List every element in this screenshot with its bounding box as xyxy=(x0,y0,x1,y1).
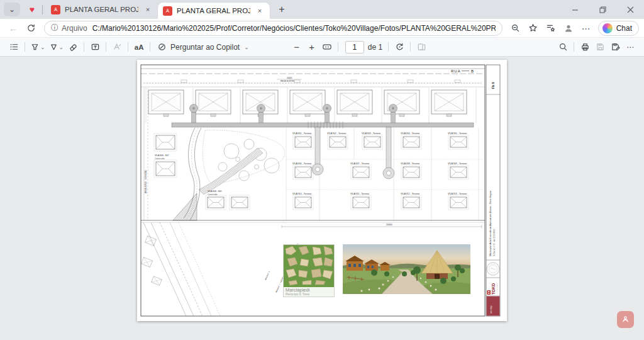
svg-text:Construída: Construída xyxy=(208,193,218,196)
print-icon[interactable] xyxy=(577,39,592,55)
tab-title: PLANTA GERAL PROJETO.pdf xyxy=(65,6,138,13)
margin-note: ÁREA VERDE - SERVIDÃO xyxy=(144,169,147,193)
ask-copilot-label: Perguntar ao Copilot xyxy=(170,43,240,52)
village-rendering-photo xyxy=(343,244,470,294)
minimize-button[interactable] xyxy=(561,0,589,19)
pdf-page: RUA B REDE ELÉTRICA 20005 xyxy=(137,60,507,321)
lot-label: VILA 904 - Terreno xyxy=(401,132,419,135)
sheet-number-label: Fls 9 xyxy=(492,82,495,89)
zoom-out-icon[interactable]: − xyxy=(289,39,304,55)
address-bar: ← ⓘ Arquivo C:/Mario%20130126/Mario%2020… xyxy=(0,19,644,38)
acrobat-extension-button[interactable] xyxy=(617,311,634,328)
tab-strip: ⌄ ♥ PLANTA GERAL PROJETO.pdf × PLANTA GE… xyxy=(0,0,644,19)
page-count-label: de 1 xyxy=(368,43,382,52)
ask-copilot-button[interactable]: Perguntar ao Copilot ⌄ xyxy=(153,39,253,55)
chevron-down-icon[interactable]: ⌄ xyxy=(59,44,64,50)
marciapiedi-photo: Marciapiedi Pietra tipo S. Tomé xyxy=(283,244,335,297)
highlighter-icon[interactable]: ⌄ xyxy=(28,39,47,55)
page-number-input[interactable] xyxy=(345,41,364,54)
lot-label: VILA 910 - Terreno xyxy=(292,193,311,195)
profile-avatar-icon[interactable] xyxy=(560,20,577,37)
pdf-viewer[interactable]: RUA B REDE ELÉTRICA 20005 xyxy=(0,57,644,340)
pdf-file-icon xyxy=(51,5,60,14)
lot-label: VILA 901 - Terreno xyxy=(292,132,311,135)
collections-icon[interactable] xyxy=(543,20,559,37)
acrobat-icon xyxy=(620,314,631,325)
new-tab-button[interactable]: + xyxy=(274,1,290,18)
brand-footer-box xyxy=(487,297,500,316)
rotate-icon[interactable] xyxy=(392,39,407,55)
pdf-file-icon xyxy=(163,6,172,16)
save-as-icon[interactable] xyxy=(608,39,623,55)
search-icon[interactable] xyxy=(555,39,570,55)
pdf-toolbar: ⌄ ⌄ aA Perguntar ao Copilot ⌄ − + xyxy=(0,38,644,57)
lot-label: VILA 907 - Terreno xyxy=(350,162,369,165)
svg-text:VILLAGE: VILLAGE xyxy=(496,283,498,294)
lot-label: VILA 902 - Terreno xyxy=(327,132,346,135)
refresh-icon[interactable] xyxy=(23,20,39,37)
lot-label: VILA 908 - Terreno xyxy=(401,162,419,165)
pen-icon[interactable]: ⌄ xyxy=(47,39,66,55)
add-text-icon[interactable] xyxy=(87,39,103,55)
file-protocol-label: Arquivo xyxy=(62,24,87,33)
zoom-in-icon[interactable]: + xyxy=(304,39,319,55)
chevron-down-icon[interactable]: ⌄ xyxy=(40,44,45,50)
close-tab-icon[interactable]: × xyxy=(143,4,153,14)
heart-icon[interactable]: ♥ xyxy=(25,3,39,16)
zoom-indicator-icon[interactable] xyxy=(508,20,524,37)
street-label: RUA xyxy=(451,69,461,73)
tab-planta-geral-1[interactable]: PLANTA GERAL PROJETO.pdf × xyxy=(46,1,158,18)
dim-top-label: 20005 xyxy=(287,77,292,79)
lot-label-construida-2: VILA 808 - 809 xyxy=(208,190,222,193)
eraser-icon[interactable] xyxy=(65,39,80,55)
masterplan-title: Masterplan Área Extensão da Avenida dos … xyxy=(489,191,492,256)
svg-text:TOKO: TOKO xyxy=(491,283,496,295)
chevron-down-icon: ⌄ xyxy=(9,5,15,14)
fit-to-width-icon[interactable] xyxy=(319,39,335,55)
more-options-icon[interactable]: ⋯ xyxy=(623,39,638,55)
tab-title: PLANTA GERAL PROJETO.pdf xyxy=(177,7,250,14)
brand-footer-text: toko village xyxy=(490,305,492,314)
close-window-button[interactable] xyxy=(616,0,644,19)
marciapiedi-caption: Marciapiedi xyxy=(286,288,332,293)
lot-label: VILA 905 - Terreno xyxy=(448,132,467,135)
plus-icon: + xyxy=(279,4,284,15)
save-icon[interactable] xyxy=(592,39,608,55)
lot-label-construida-1: VILA 806 - 807 xyxy=(155,154,169,157)
tab-divider xyxy=(42,5,43,14)
tab-search-button[interactable]: ⌄ xyxy=(4,3,20,16)
info-icon[interactable]: ⓘ xyxy=(51,23,58,33)
marciapiedi-subcaption: Pietra tipo S. Tomé xyxy=(286,293,332,296)
lot-label: VILA 906 - Terreno xyxy=(292,162,311,165)
edit-text-icon[interactable] xyxy=(109,39,125,55)
close-tab-icon[interactable]: × xyxy=(255,6,265,16)
settings-more-icon[interactable]: ⋯ xyxy=(578,20,594,37)
read-aloud-icon[interactable]: aA xyxy=(131,39,147,55)
masterplan-subtitle: St.Doc.lot n° 25 - del 15/12/2010 xyxy=(493,229,496,256)
dim-bottom-label: 20000 xyxy=(386,224,392,226)
lot-label: VILA 913 - Terreno xyxy=(448,193,467,195)
restore-button[interactable] xyxy=(589,0,616,19)
chevron-down-icon: ⌄ xyxy=(244,44,249,50)
chat-label: Chat xyxy=(616,24,632,33)
lot-label: VILA 912 - Terreno xyxy=(401,193,419,195)
favorite-star-icon[interactable] xyxy=(525,20,541,37)
url-field[interactable]: ⓘ Arquivo C:/Mario%20130126/Mario%202025… xyxy=(44,21,502,36)
lot-label: VILA 911 - Terreno xyxy=(350,193,369,195)
lot-label: VILA 903 - Terreno xyxy=(362,132,380,135)
lot-label: VILA 909 - Terreno xyxy=(448,162,467,165)
window-controls xyxy=(561,0,644,19)
url-text: C:/Mario%20130126/Mario%202025/Prof/Corr… xyxy=(92,24,496,33)
page-view-icon[interactable] xyxy=(414,39,429,55)
copilot-icon xyxy=(602,23,613,33)
browser-window: ⌄ ♥ PLANTA GERAL PROJETO.pdf × PLANTA GE… xyxy=(0,0,644,340)
svg-text:Construída: Construída xyxy=(155,157,165,160)
table-of-contents-icon[interactable] xyxy=(6,39,21,55)
tab-planta-geral-2[interactable]: PLANTA GERAL PROJETO.pdf × xyxy=(158,3,270,19)
back-icon[interactable]: ← xyxy=(5,20,21,37)
street-label-b: B xyxy=(471,69,474,73)
copilot-chat-button[interactable]: Chat xyxy=(598,21,639,36)
